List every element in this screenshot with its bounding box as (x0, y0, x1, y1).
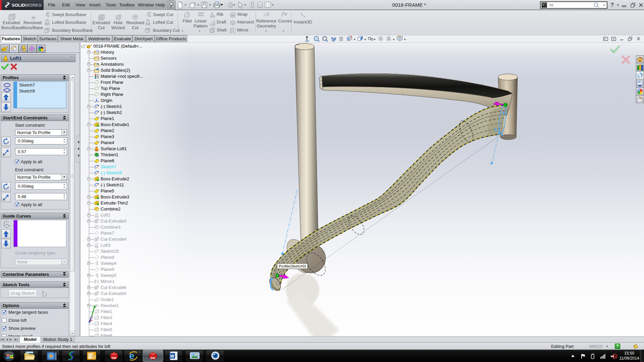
svg-text:Profile(Sketch9): Profile(Sketch9) (279, 264, 306, 268)
svg-text:WORKS: WORKS (25, 3, 42, 8)
svg-text:SW: SW (111, 356, 116, 360)
svg-text:W: W (170, 354, 174, 359)
svg-text:SOLID: SOLID (12, 3, 25, 8)
svg-text:SW: SW (150, 356, 155, 360)
